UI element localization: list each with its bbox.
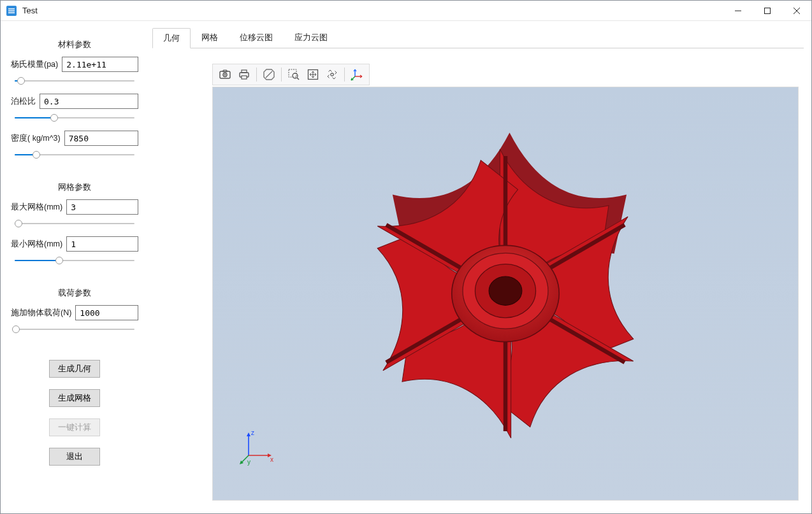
mesh-section-title: 网格参数: [58, 182, 91, 193]
svg-rect-1: [765, 8, 771, 13]
load-section-title: 载荷参数: [58, 287, 91, 299]
minmesh-row: 最小网格(mm): [6, 236, 143, 252]
poisson-input[interactable]: [40, 94, 138, 109]
minmesh-slider[interactable]: [6, 254, 143, 267]
poisson-slider[interactable]: [6, 111, 143, 124]
screenshot-icon[interactable]: [215, 66, 235, 83]
youngs-modulus-row: 杨氏模量(pa): [6, 57, 143, 72]
axes-icon[interactable]: [347, 66, 366, 83]
fit-view-icon[interactable]: [303, 66, 323, 83]
poisson-row: 泊松比: [6, 94, 143, 109]
svg-point-12: [293, 73, 298, 78]
close-button[interactable]: [782, 1, 811, 21]
axis-triad: z x y: [238, 427, 277, 466]
youngs-modulus-label: 杨氏模量(pa): [11, 59, 58, 70]
tab-geometry[interactable]: 几何: [152, 28, 191, 48]
titlebar: Test: [1, 1, 811, 21]
viewer-toolbar: [212, 64, 370, 85]
maximize-button[interactable]: [753, 1, 782, 21]
generate-geometry-button[interactable]: 生成几何: [49, 360, 100, 378]
density-row: 密度( kg/m^3): [6, 131, 143, 146]
maxmesh-label: 最大网格(mm): [11, 202, 62, 213]
app-icon: [6, 5, 17, 17]
svg-line-10: [266, 71, 272, 78]
axis-x-label: x: [270, 456, 273, 463]
solve-button[interactable]: 一键计算: [49, 418, 100, 436]
tab-mesh[interactable]: 网格: [191, 27, 229, 48]
svg-rect-7: [242, 70, 247, 73]
svg-point-4: [224, 74, 226, 76]
maxmesh-input[interactable]: [66, 199, 138, 215]
density-input[interactable]: [64, 131, 138, 146]
material-section-title: 材料参数: [58, 39, 91, 50]
bodyload-slider[interactable]: [6, 323, 143, 336]
axis-z-label: z: [251, 429, 254, 436]
print-icon[interactable]: [235, 66, 254, 83]
svg-rect-8: [242, 76, 247, 79]
density-slider[interactable]: [6, 148, 143, 161]
poisson-label: 泊松比: [11, 96, 36, 107]
3d-viewport[interactable]: z x y: [212, 87, 799, 501]
minmesh-label: 最小网格(mm): [11, 239, 62, 250]
bodyload-row: 施加物体载荷(N): [6, 305, 143, 320]
model-render: [213, 87, 798, 500]
maxmesh-slider[interactable]: [6, 217, 143, 230]
density-label: 密度( kg/m^3): [11, 133, 61, 144]
axis-y-label: y: [247, 459, 250, 466]
youngs-modulus-slider[interactable]: [6, 75, 143, 87]
generate-mesh-button[interactable]: 生成网格: [49, 389, 100, 407]
svg-point-15: [331, 73, 333, 76]
tab-bar: 几何 网格 位移云图 应力云图: [149, 21, 808, 48]
minmesh-input[interactable]: [66, 236, 138, 252]
bodyload-label: 施加物体载荷(N): [11, 308, 71, 318]
stop-icon[interactable]: [259, 66, 279, 83]
youngs-modulus-input[interactable]: [62, 57, 138, 72]
tab-displacement[interactable]: 位移云图: [229, 27, 284, 48]
bodyload-input[interactable]: [75, 305, 138, 320]
content-area: 几何 网格 位移云图 应力云图: [149, 21, 811, 513]
maxmesh-row: 最大网格(mm): [6, 199, 143, 215]
svg-point-28: [489, 276, 522, 305]
minimize-button[interactable]: [723, 1, 753, 21]
rotate-view-icon[interactable]: [323, 66, 342, 83]
tab-stress[interactable]: 应力云图: [284, 27, 338, 48]
window-title: Test: [22, 6, 38, 15]
sidebar: 材料参数 杨氏模量(pa) 泊松比 密度( kg/m^3) 网格参数 最大网格(…: [1, 21, 149, 513]
zoom-window-icon[interactable]: [284, 66, 303, 83]
svg-line-13: [297, 78, 299, 80]
exit-button[interactable]: 退出: [49, 448, 100, 466]
